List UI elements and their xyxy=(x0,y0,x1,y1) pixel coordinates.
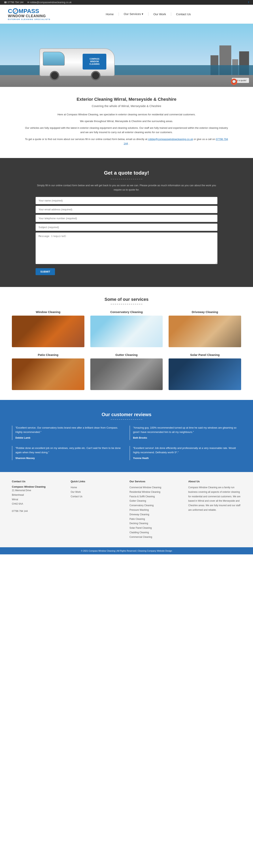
footer-service-item-5[interactable]: Pressure Washing xyxy=(130,508,182,512)
submit-area: SUBMIT xyxy=(35,266,218,275)
service-item-2: Driveway Cleaning xyxy=(169,310,241,347)
reviews-grid: "Excellent service. Our conservatory loo… xyxy=(12,426,241,460)
footer-service-item-10[interactable]: Cladding Cleaning xyxy=(130,530,182,535)
footer-service-item-9[interactable]: Solar Panel Cleaning xyxy=(130,526,182,530)
review-author-1: Beth Brooks xyxy=(133,436,241,440)
email-input[interactable] xyxy=(35,206,218,213)
service-title-0: Window Cleaning xyxy=(12,310,84,314)
footer-service-item-4[interactable]: Conservatory Cleaning xyxy=(130,503,182,508)
subject-field-group xyxy=(35,223,218,231)
service-title-3: Patio Cleaning xyxy=(12,353,84,356)
review-text-1: "Amazing guy. 100% recommended turned up… xyxy=(133,426,236,434)
footer-copyright: © 2021 Compass Window Cleaning | All Rig… xyxy=(0,547,253,554)
phone-field-group xyxy=(35,215,218,222)
intro-para4: To get a quote or to find out more about… xyxy=(24,137,229,146)
review-text-2: "Robbie done an excellent job on my wind… xyxy=(16,446,120,454)
footer-address1: 21 Memorial Drive xyxy=(12,488,65,493)
footer-about-text: Compass Window Cleaning are a family run… xyxy=(188,485,241,512)
facebook-icon[interactable]: f xyxy=(248,1,249,4)
footer: Contact Us Compass Window Cleaning 21 Me… xyxy=(0,472,253,547)
phone-input[interactable] xyxy=(35,215,218,222)
footer-contact: Contact Us Compass Window Cleaning 21 Me… xyxy=(12,480,65,539)
service-image-5 xyxy=(169,359,241,390)
service-item-4: Gutter Cleaning xyxy=(90,353,163,390)
name-field-group xyxy=(35,197,218,204)
nav-our-work[interactable]: Our Work xyxy=(148,12,171,16)
review-author-2: Shannon Massey xyxy=(16,456,123,460)
reviews-section: Our customer reviews "Excellent service.… xyxy=(0,400,253,472)
footer-service-item-6[interactable]: Driveway Cleaning xyxy=(130,512,182,517)
service-image-0 xyxy=(12,316,84,347)
service-image-1 xyxy=(90,316,163,347)
footer-about: About Us Compass Window Cleaning are a f… xyxy=(188,480,241,539)
hero-van: COMPASSWINDOWCLEANING xyxy=(39,49,115,76)
intro-heading: Exterior Cleaning Wirral, Merseyside & C… xyxy=(24,97,229,102)
service-item-5: Solar Panel Cleaning xyxy=(169,353,241,390)
review-item-1: "Amazing guy. 100% recommended turned up… xyxy=(130,426,241,440)
service-item-0: Window Cleaning xyxy=(12,310,84,347)
quicklink-item-1[interactable]: Our Work xyxy=(71,490,124,494)
footer-service-item-3[interactable]: Gutter Cleaning xyxy=(130,499,182,503)
nav-contact-us[interactable]: Contact Us xyxy=(171,12,196,16)
footer-service-item-7[interactable]: Patio Cleaning xyxy=(130,517,182,521)
review-item-0: "Excellent service. Our conservatory loo… xyxy=(12,426,123,440)
footer-service-item-8[interactable]: Decking Cleaning xyxy=(130,521,182,526)
main-nav: Home Our Services ▾ Our Work Contact Us xyxy=(51,12,245,16)
header: C MPASS WINDOW CLEANING EXTERIOR CLEANIN… xyxy=(0,5,253,24)
footer-service-item-2[interactable]: Fascia & Soffit Cleaning xyxy=(130,494,182,499)
chat-icon[interactable]: 💬 xyxy=(231,79,237,85)
logo-tagline: EXTERIOR CLEANING SPECIALISTS xyxy=(8,19,51,21)
services-section: Some of our services Window Cleaning Con… xyxy=(0,287,253,400)
footer-service-item-11[interactable]: Commercial Cleaning xyxy=(130,535,182,539)
quote-section: Get a quote today! Simply fill in our on… xyxy=(0,158,253,287)
logo: C MPASS WINDOW CLEANING EXTERIOR CLEANIN… xyxy=(8,8,51,21)
services-heading: Some of our services xyxy=(12,297,241,302)
footer-service-item-0[interactable]: Commercial Window Cleaning xyxy=(130,485,182,490)
footer-company-name: Compass Window Cleaning xyxy=(12,485,46,488)
review-author-3: Yvonne Heath xyxy=(133,456,241,460)
review-item-2: "Robbie done an excellent job on my wind… xyxy=(12,446,123,460)
footer-services-heading: Our Services xyxy=(130,480,182,483)
logo-cleaning: CLEANING xyxy=(26,14,46,18)
logo-c: C xyxy=(8,8,12,14)
subject-input[interactable] xyxy=(35,223,218,231)
intro-section: Exterior Cleaning Wirral, Merseyside & C… xyxy=(0,87,253,158)
submit-button[interactable]: SUBMIT xyxy=(35,268,55,275)
footer-quicklinks-list: HomeOur WorkContact Us xyxy=(71,485,124,499)
service-image-3 xyxy=(12,359,84,390)
message-field-group xyxy=(35,232,218,265)
footer-quick-links: Quick Links HomeOur WorkContact Us xyxy=(71,480,124,539)
hero-section: COMPASSWINDOWCLEANING Get a quote! 💬 xyxy=(0,24,253,87)
footer-services-list: Our Services Commercial Window CleaningR… xyxy=(130,480,182,539)
review-item-3: "Excellent service! Job done efficiently… xyxy=(130,446,241,460)
quicklink-item-0[interactable]: Home xyxy=(71,485,124,490)
quote-heading: Get a quote today! xyxy=(35,170,218,176)
service-image-4 xyxy=(90,359,163,390)
footer-service-item-1[interactable]: Residential Window Cleaning xyxy=(130,490,182,494)
service-title-5: Solar Panel Cleaning xyxy=(169,353,241,356)
logo-mpass: MPASS xyxy=(19,8,39,14)
services-grid: Window Cleaning Conservatory Cleaning Dr… xyxy=(12,310,241,390)
service-title-1: Conservatory Cleaning xyxy=(90,310,163,314)
quicklink-item-2[interactable]: Contact Us xyxy=(71,494,124,499)
email-address: ✉ robbie@compasswindowcleaning.co.uk xyxy=(27,1,72,4)
message-textarea[interactable] xyxy=(35,232,218,264)
quote-description: Simply fill in our online contact form b… xyxy=(35,183,218,192)
divider xyxy=(111,179,142,179)
review-text-3: "Excellent service! Job done efficiently… xyxy=(133,446,236,454)
phone-number: ☎ 07796 794 144 xyxy=(4,1,23,4)
nav-services[interactable]: Our Services ▾ xyxy=(119,12,148,16)
service-title-2: Driveway Cleaning xyxy=(169,310,241,314)
intro-para3: Our vehicles are fully equipped with the… xyxy=(24,126,229,134)
service-item-3: Patio Cleaning xyxy=(12,353,84,390)
footer-contact-heading: Contact Us xyxy=(12,480,65,483)
service-image-2 xyxy=(169,316,241,347)
reviews-heading: Our customer reviews xyxy=(12,412,241,417)
email-link[interactable]: robbie@compasswindowcleaning.co.uk xyxy=(148,138,193,141)
service-item-1: Conservatory Cleaning xyxy=(90,310,163,347)
footer-phone: 07796 794 144 xyxy=(12,509,65,514)
logo-compass-icon xyxy=(13,8,18,14)
nav-home[interactable]: Home xyxy=(101,12,119,16)
name-input[interactable] xyxy=(35,197,218,204)
top-bar: ☎ 07796 794 144 ✉ robbie@compasswindowcl… xyxy=(0,0,253,5)
